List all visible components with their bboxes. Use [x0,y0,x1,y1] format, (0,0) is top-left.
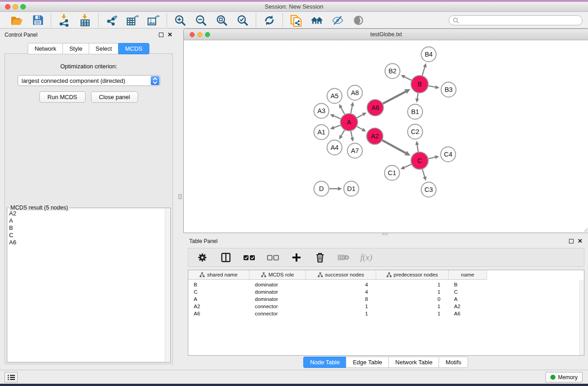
graph-edge-A6-B[interactable] [383,91,406,104]
resize-grip-icon[interactable] [582,226,588,232]
function-builder-icon[interactable]: f(x) [360,253,372,262]
import-network-icon[interactable] [57,14,71,27]
export-table-icon[interactable] [126,14,139,27]
select-all-checkboxes-icon[interactable] [243,251,256,264]
main-toolbar [0,12,588,29]
hide-selected-icon[interactable] [331,14,344,27]
graph-edge-A-A6[interactable] [357,114,363,118]
copy-network-icon[interactable] [289,14,303,27]
column-header-mcds-role[interactable]: MCDS role [249,270,306,280]
tab-network-table[interactable]: Network Table [388,357,439,368]
graph-edge-C-C2[interactable] [417,145,418,152]
table-scrollbar[interactable] [579,280,584,355]
graph-edge-A-A3[interactable] [334,116,340,119]
table-row[interactable]: C dominator 4 1 C [188,288,584,295]
export-network-icon[interactable] [105,14,119,27]
table-tabs: Node Table Edge Table Network Table Moti… [183,357,588,368]
application-window: Session: New Session [0,0,588,386]
column-header-name[interactable]: name [449,270,487,280]
open-file-icon[interactable] [10,14,24,27]
table-row[interactable]: A2 connector 1 1 A2 [188,303,584,310]
node-table[interactable]: shared name MCDS role successor nodes pr… [188,270,584,356]
window-title: Session: New Session [265,3,323,10]
show-panels-button[interactable] [5,372,18,382]
graph-edge-C-C3[interactable] [422,169,425,177]
graph-edge-A-A1[interactable] [334,125,340,128]
search-icon [453,17,459,24]
settings-gear-icon[interactable] [196,251,209,264]
network-window-titlebar[interactable]: testGlobe.txt [184,29,588,40]
mcds-result-list[interactable]: A2 A B C A6 [9,210,164,361]
mcds-result-item[interactable]: A2 [9,210,164,217]
column-header-predecessor-nodes[interactable]: predecessor nodes [376,270,449,280]
search-input[interactable] [461,17,578,24]
network-minimize-button[interactable] [197,32,202,37]
refresh-view-icon[interactable] [263,14,276,27]
first-neighbors-icon[interactable] [310,14,324,27]
tab-style[interactable]: Style [62,43,89,54]
zoom-selected-icon[interactable] [236,14,249,27]
column-header-shared-name[interactable]: shared name [188,270,249,280]
mcds-result-item[interactable]: C [9,232,164,239]
table-row[interactable]: B dominator 4 1 B [188,281,584,288]
deselect-all-checkboxes-icon[interactable] [266,251,280,264]
result-scrollbar[interactable] [165,209,170,362]
close-window-button[interactable] [5,4,10,10]
graph-edge-B-B4[interactable] [422,67,425,76]
graph-edge-B-B2[interactable] [405,77,411,80]
split-columns-icon[interactable] [219,251,233,264]
graph-edge-C-C4[interactable] [429,157,435,158]
tab-motifs[interactable]: Motifs [439,357,468,368]
float-panel-icon[interactable] [159,33,163,37]
table-row[interactable]: A dominator 8 0 A [188,295,584,303]
graph-edge-A-A8[interactable] [351,106,352,113]
network-graph[interactable]: B4B2BB3A8A5A6A3B1AA1C2A2A4A7C4CC1C3DD1 [184,40,588,233]
graph-edge-B-B3[interactable] [429,86,435,87]
close-panel-icon[interactable]: ✕ [167,33,172,37]
minimize-window-button[interactable] [13,4,18,10]
search-box[interactable] [449,15,583,25]
graph-edge-A-A5[interactable] [341,108,344,114]
network-zoom-button[interactable] [205,32,210,37]
graph-edge-A-A2[interactable] [357,127,363,130]
graph-edge-C-C1[interactable] [404,164,411,167]
graph-edge-arrowhead [415,141,419,145]
add-column-icon[interactable] [290,251,303,264]
vertical-splitter[interactable] [177,29,183,370]
zoom-in-icon[interactable] [173,14,187,27]
tab-select[interactable]: Select [89,43,118,54]
table-float-panel-icon[interactable] [569,239,574,243]
table-row[interactable]: A6 connector 1 1 A6 [188,310,584,317]
mcds-result-item[interactable]: A [9,217,164,224]
graph-edge-A-A4[interactable] [341,130,344,136]
tab-node-table[interactable]: Node Table [303,357,346,368]
column-header-successor-nodes[interactable]: successor nodes [306,270,376,280]
tab-network[interactable]: Network [28,43,62,54]
graph-edge-A-A7[interactable] [351,131,352,138]
save-session-icon[interactable] [31,14,44,27]
import-table-icon[interactable] [78,14,92,27]
mcds-result-item[interactable]: A6 [9,239,164,246]
graph-node-label-C3: C3 [425,186,433,193]
graph-edge-B-B1[interactable] [417,93,418,99]
tab-edge-table[interactable]: Edge Table [346,357,388,368]
mcds-result-item[interactable]: B [9,224,164,232]
run-mcds-button[interactable]: Run MCDS [39,91,86,103]
tab-mcds[interactable]: MCDS [118,43,149,54]
graph-node-label-B1: B1 [411,108,419,115]
zoom-window-button[interactable] [20,4,26,10]
table-close-panel-icon[interactable]: ✕ [578,239,583,243]
delete-table-icon[interactable] [337,251,350,264]
memory-button[interactable]: Memory [545,372,583,382]
delete-column-icon[interactable] [313,251,327,264]
export-image-icon[interactable] [147,14,160,27]
network-close-button[interactable] [190,32,195,37]
zoom-out-icon[interactable] [194,14,208,27]
vertical-splitter-handle[interactable] [178,194,182,199]
criterion-select[interactable]: largest connected component (directed) [18,75,160,86]
graph-edge-A2-C[interactable] [382,140,406,153]
close-panel-button[interactable]: Close panel [91,91,139,103]
zoom-fit-icon[interactable] [215,14,229,27]
show-all-icon[interactable] [352,14,365,27]
network-canvas[interactable]: B4B2BB3A8A5A6A3B1AA1C2A2A4A7C4CC1C3DD1 [184,40,588,233]
